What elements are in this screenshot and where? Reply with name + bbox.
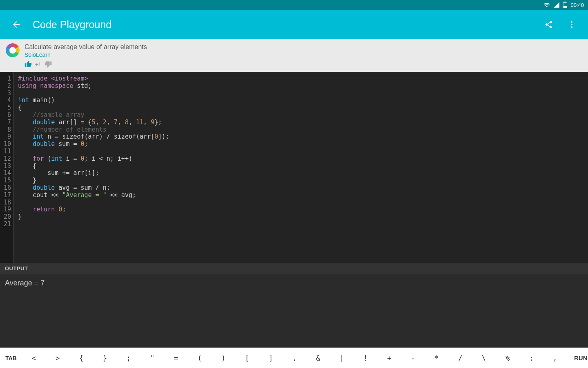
vote-controls: +1 bbox=[24, 61, 147, 68]
symbol-key[interactable]: - bbox=[401, 354, 425, 362]
thumb-up-icon[interactable] bbox=[24, 61, 32, 68]
svg-point-4 bbox=[571, 24, 572, 25]
output-header[interactable]: OUTPUT bbox=[0, 263, 588, 274]
symbol-key[interactable]: * bbox=[425, 354, 448, 362]
symbol-key[interactable]: + bbox=[377, 354, 401, 362]
symbol-key[interactable]: \ bbox=[472, 354, 496, 362]
symbol-key[interactable]: % bbox=[496, 354, 519, 362]
code-title: Calculate average value of array element… bbox=[24, 43, 147, 51]
app-actions bbox=[539, 15, 581, 34]
arrow-back-icon bbox=[11, 20, 21, 29]
code-content[interactable]: #include <iostream>using namespace std; … bbox=[14, 72, 173, 263]
symbol-key[interactable]: ] bbox=[259, 354, 283, 362]
symbol-key[interactable]: ; bbox=[117, 354, 140, 362]
symbol-key[interactable]: < bbox=[22, 354, 46, 362]
author-link[interactable]: SoloLearn bbox=[24, 52, 147, 58]
svg-point-5 bbox=[571, 27, 572, 28]
share-button[interactable] bbox=[539, 15, 559, 34]
more-vert-icon bbox=[567, 20, 576, 29]
svg-rect-2 bbox=[564, 6, 567, 8]
status-time: 00:40 bbox=[570, 2, 584, 8]
svg-rect-1 bbox=[564, 2, 566, 2]
symbol-key[interactable]: > bbox=[46, 354, 69, 362]
symbol-key[interactable]: } bbox=[93, 354, 117, 362]
author-avatar[interactable] bbox=[6, 43, 20, 57]
share-icon bbox=[544, 20, 553, 29]
code-info-bar: Calculate average value of array element… bbox=[0, 39, 588, 72]
battery-icon bbox=[563, 2, 567, 8]
symbol-key[interactable]: = bbox=[164, 354, 188, 362]
status-bar: 00:40 bbox=[0, 0, 588, 10]
more-button[interactable] bbox=[562, 15, 581, 34]
symbol-key[interactable]: : bbox=[519, 354, 543, 362]
symbol-key[interactable]: ! bbox=[354, 354, 377, 362]
app-bar: Code Playground bbox=[0, 10, 588, 39]
output-panel: Average = 7 bbox=[0, 274, 588, 348]
symbol-key[interactable]: ) bbox=[212, 354, 235, 362]
wifi-icon bbox=[543, 2, 550, 8]
symbol-key[interactable]: { bbox=[69, 354, 93, 362]
symbol-key[interactable]: / bbox=[448, 354, 472, 362]
vote-count: +1 bbox=[35, 61, 41, 67]
tab-key[interactable]: TAB bbox=[0, 355, 22, 361]
symbol-key[interactable]: & bbox=[306, 354, 330, 362]
symbol-key[interactable]: ( bbox=[188, 354, 212, 362]
svg-point-3 bbox=[571, 21, 572, 23]
run-button[interactable]: RUN bbox=[567, 355, 588, 362]
code-editor[interactable]: 123456789101112131415161718192021 #inclu… bbox=[0, 72, 588, 263]
symbol-key[interactable]: " bbox=[140, 354, 164, 362]
line-gutter: 123456789101112131415161718192021 bbox=[0, 72, 14, 263]
symbol-toolbar: TAB <>{};"=()[].&|!+-*/\%:, RUN bbox=[0, 348, 588, 368]
run-label: RUN bbox=[574, 355, 588, 361]
thumb-down-icon[interactable] bbox=[45, 61, 52, 68]
symbol-key[interactable]: . bbox=[283, 354, 306, 362]
back-button[interactable] bbox=[7, 15, 26, 34]
page-title: Code Playground bbox=[33, 19, 539, 31]
signal-icon bbox=[553, 2, 560, 8]
symbol-key[interactable]: | bbox=[330, 354, 354, 362]
symbol-key[interactable]: [ bbox=[235, 354, 259, 362]
symbol-key[interactable]: , bbox=[543, 354, 567, 362]
